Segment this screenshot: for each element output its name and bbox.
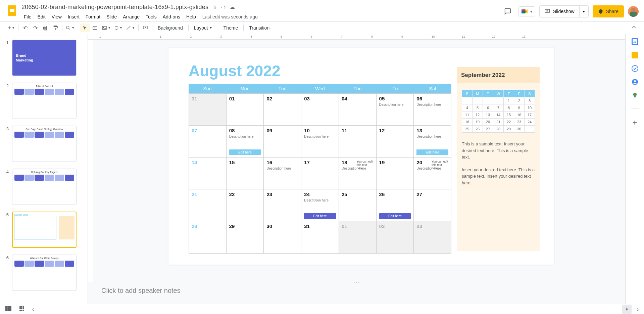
canvas-area: 112345678910111213 August 2022 SunMonTue… — [88, 34, 625, 304]
calendar-cell[interactable]: 25 — [339, 189, 377, 221]
menu-tools[interactable]: Tools — [143, 13, 159, 21]
transition-button[interactable]: Transition — [246, 24, 273, 32]
slides-logo[interactable] — [5, 4, 19, 17]
comment-tool[interactable] — [141, 24, 150, 32]
calendar-cell[interactable]: 08Description hereEdit here — [227, 126, 264, 157]
calendar-cell[interactable]: 21 — [189, 189, 227, 221]
collapse-panel-icon[interactable]: ‹ — [32, 306, 34, 312]
last-edit-link[interactable]: Last edit was seconds ago — [202, 14, 258, 19]
calendar-cell[interactable]: 28 — [189, 221, 227, 253]
slide-thumbnail-2[interactable]: Table of Content — [12, 83, 77, 119]
mini-calendar-panel[interactable]: September 2022 SMTWTFS 12345678910111213… — [457, 67, 540, 251]
slide-thumbnail-6[interactable]: Who are Our Client Groups — [12, 255, 77, 291]
calendar-cell[interactable]: 02 — [264, 94, 301, 125]
calendar-cell[interactable]: 06Description here — [414, 94, 451, 125]
tasks-app-icon[interactable] — [632, 65, 638, 72]
calendar-cell[interactable]: 10Description here — [301, 126, 339, 157]
calendar-cell[interactable]: 18You can edit this text here.Descriptio… — [339, 158, 377, 189]
calendar-cell[interactable]: 01 — [339, 221, 377, 253]
star-icon[interactable]: ☆ — [212, 4, 217, 10]
menu-format[interactable]: Format — [83, 13, 103, 21]
calendar-cell[interactable]: 26Edit here — [377, 189, 414, 221]
slide-thumbnail-4[interactable]: Defining Our Key Targets — [12, 169, 77, 205]
calendar-cell[interactable]: 31 — [301, 221, 339, 253]
add-app-icon[interactable]: + — [632, 118, 637, 127]
theme-button[interactable]: Theme — [220, 24, 242, 32]
slideshow-dropdown-icon[interactable]: ▼ — [580, 10, 588, 13]
calendar-cell[interactable]: 23 — [264, 189, 301, 221]
calendar-cell[interactable]: 09 — [264, 126, 301, 157]
line-tool[interactable]: ▼ — [125, 24, 136, 32]
calendar-cell[interactable]: 11 — [339, 126, 377, 157]
meet-button[interactable]: ▼ — [518, 6, 535, 16]
show-side-panel-icon[interactable]: › — [637, 306, 639, 312]
menu-file[interactable]: File — [21, 13, 34, 21]
explore-button[interactable] — [622, 305, 632, 314]
calendar-cell[interactable]: 03 — [301, 94, 339, 125]
move-icon[interactable]: ⇨ — [221, 4, 226, 10]
calendar-cell[interactable]: 19 — [377, 158, 414, 189]
filmstrip-view-icon[interactable] — [5, 306, 11, 312]
calendar-cell[interactable]: 02 — [377, 221, 414, 253]
comments-icon[interactable] — [501, 5, 514, 18]
menu-add-ons[interactable]: Add-ons — [160, 13, 183, 21]
textbox-tool[interactable] — [90, 24, 100, 32]
menu-help[interactable]: Help — [184, 13, 198, 21]
keep-app-icon[interactable] — [632, 52, 638, 58]
menu-view[interactable]: View — [49, 13, 64, 21]
maps-app-icon[interactable] — [632, 92, 638, 99]
calendar-cell[interactable]: 04 — [339, 94, 377, 125]
slide-canvas[interactable]: August 2022 SunMonTueWedThuFriSat 310102… — [168, 48, 554, 265]
calendar-cell[interactable]: 05Description here — [377, 94, 414, 125]
menu-arrange[interactable]: Arrange — [120, 13, 142, 21]
document-title[interactable]: 20650-02-brand-marketing-powerpoint-temp… — [21, 4, 208, 11]
calendar-cell[interactable]: 22 — [227, 189, 264, 221]
calendar-cell[interactable]: 30 — [264, 221, 301, 253]
shape-tool[interactable]: ▼ — [113, 24, 124, 32]
grid-view-icon[interactable] — [19, 306, 24, 312]
new-slide-button[interactable]: +▼ — [7, 24, 16, 32]
collapse-toolbar-icon[interactable] — [631, 24, 637, 32]
menu-insert[interactable]: Insert — [65, 13, 82, 21]
paint-format-button[interactable] — [51, 24, 60, 32]
calendar-grid[interactable]: SunMonTueWedThuFriSat 310102030405Descri… — [189, 84, 451, 254]
select-tool[interactable] — [80, 24, 90, 32]
slideshow-label: Slideshow — [553, 9, 575, 14]
slide-thumbnail-3[interactable]: One Page Brand Strategy Overview — [12, 126, 77, 162]
calendar-cell[interactable]: 31 — [189, 94, 227, 125]
calendar-cell[interactable]: 27 — [414, 189, 451, 221]
slide-thumbnail-1[interactable]: BrandMarketing — [12, 40, 77, 76]
svg-rect-32 — [23, 306, 24, 308]
account-avatar[interactable] — [628, 6, 639, 17]
menu-edit[interactable]: Edit — [35, 13, 48, 21]
slide-panel[interactable]: 1BrandMarketing2Table of Content3One Pag… — [0, 34, 88, 304]
calendar-cell[interactable]: 07 — [189, 126, 227, 157]
calendar-cell[interactable]: 16Description here — [264, 158, 301, 189]
print-button[interactable] — [41, 24, 50, 32]
calendar-cell[interactable]: 01 — [227, 94, 264, 125]
undo-button[interactable]: ↶ — [20, 24, 30, 32]
slideshow-button[interactable]: Slideshow ▼ — [539, 5, 589, 17]
contacts-app-icon[interactable] — [632, 79, 638, 85]
calendar-cell[interactable]: 13Description hereEdit here — [414, 126, 451, 157]
background-button[interactable]: Background — [154, 24, 186, 32]
cloud-icon[interactable]: ☁ — [230, 4, 235, 10]
slide-thumbnail-5[interactable]: August 2022 — [12, 212, 77, 248]
calendar-app-icon[interactable]: 31 — [632, 38, 638, 45]
calendar-cell[interactable]: 14 — [189, 158, 227, 189]
calendar-cell[interactable]: 24Description hereEdit here — [301, 189, 339, 221]
image-tool[interactable]: ▼ — [100, 24, 112, 32]
menu-slide[interactable]: Slide — [104, 13, 119, 21]
calendar-cell[interactable]: 20You can edit this text here.Descriptio… — [414, 158, 451, 189]
calendar-cell[interactable]: 17 — [301, 158, 339, 189]
layout-button[interactable]: Layout▼ — [191, 24, 216, 32]
calendar-cell[interactable]: 03 — [414, 221, 451, 253]
share-button[interactable]: Share — [593, 5, 624, 17]
calendar-cell[interactable]: 12 — [377, 126, 414, 157]
speaker-notes[interactable]: Click to add speaker notes — [93, 284, 625, 304]
zoom-button[interactable]: ▼ — [64, 24, 76, 32]
redo-button[interactable]: ↷ — [31, 24, 40, 32]
calendar-cell[interactable]: 29 — [227, 221, 264, 253]
calendar-cell[interactable]: 15 — [227, 158, 264, 189]
calendar-title[interactable]: August 2022 — [189, 62, 281, 80]
